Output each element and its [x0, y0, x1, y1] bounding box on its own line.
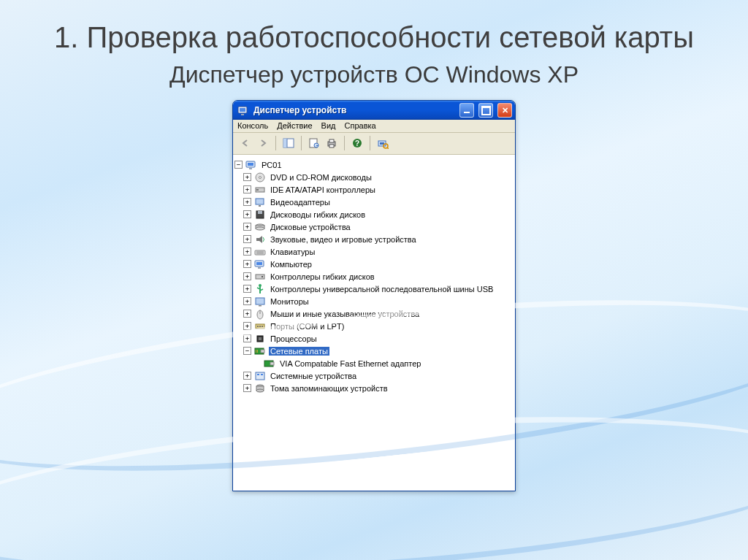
svg-rect-53 — [261, 350, 264, 353]
tree-category[interactable]: +Мыши и иные указывающие устройства — [234, 307, 514, 320]
expand-icon[interactable]: + — [243, 272, 251, 280]
svg-rect-58 — [256, 372, 264, 380]
svg-rect-2 — [241, 114, 244, 115]
monitor-icon — [254, 296, 266, 307]
expand-icon[interactable]: + — [243, 198, 251, 206]
expand-icon[interactable]: + — [243, 260, 251, 268]
nav-back-button[interactable] — [237, 135, 253, 151]
svg-rect-33 — [255, 250, 265, 255]
close-button[interactable] — [497, 103, 512, 118]
svg-rect-59 — [257, 374, 259, 375]
titlebar[interactable]: Диспетчер устройств — [233, 101, 515, 120]
tree-category[interactable]: +Дисковые устройства — [234, 220, 514, 233]
menu-view[interactable]: Вид — [321, 121, 336, 130]
node-label: Мыши и иные указывающие устройства — [269, 310, 421, 318]
keyboard-icon — [254, 246, 266, 258]
node-label: Системные устройства — [269, 372, 358, 380]
tree-category[interactable]: +Клавиатуры — [234, 245, 514, 258]
node-label: IDE ATA/ATAPI контроллеры — [269, 185, 377, 194]
display-icon — [254, 196, 266, 208]
slide-title: 1. Проверка работоспособности сетевой ка… — [0, 20, 748, 54]
node-label: Порты (COM и LPT) — [269, 322, 346, 331]
tree-category[interactable]: +Контроллеры гибких дисков — [234, 270, 514, 283]
svg-point-41 — [259, 284, 262, 287]
cd-icon — [254, 172, 266, 183]
minimize-button[interactable] — [459, 103, 474, 118]
app-icon — [237, 104, 249, 116]
svg-point-31 — [256, 227, 264, 230]
svg-rect-55 — [257, 350, 258, 353]
tree-category[interactable]: +Процессоры — [234, 332, 514, 345]
nic-icon — [264, 358, 275, 369]
menu-help[interactable]: Справка — [345, 121, 376, 130]
svg-rect-54 — [256, 350, 256, 353]
tree-category-network[interactable]: − Сетевые платы — [234, 345, 514, 357]
expand-icon[interactable]: + — [243, 248, 251, 256]
tree-root[interactable]: − PC01 — [234, 158, 514, 171]
node-label: Мониторы — [269, 297, 310, 306]
tree-category[interactable]: +Порты (COM и LPT) — [234, 320, 514, 332]
node-label: Компьютер — [269, 260, 313, 269]
expand-icon[interactable]: + — [243, 322, 251, 330]
expand-icon[interactable]: + — [243, 210, 251, 218]
tree-category[interactable]: +Дисководы гибких дисков — [234, 208, 514, 220]
expand-icon[interactable]: + — [243, 285, 251, 293]
menu-console[interactable]: Консоль — [237, 121, 268, 130]
nav-forward-button[interactable] — [255, 135, 271, 151]
expand-icon[interactable]: + — [243, 310, 251, 318]
collapse-icon[interactable]: − — [234, 161, 243, 169]
node-label: Контроллеры гибких дисков — [269, 272, 376, 281]
show-hide-tree-button[interactable] — [280, 135, 297, 151]
help-button[interactable]: ? — [349, 135, 365, 151]
node-label: Клавиатуры — [269, 248, 316, 256]
mouse-icon — [254, 308, 266, 320]
svg-text:?: ? — [355, 139, 359, 147]
node-label: PC01 — [260, 161, 283, 169]
node-label: Звуковые, видео и игровые устройства — [269, 235, 418, 244]
system-icon — [254, 370, 266, 382]
disk-icon — [254, 221, 266, 233]
tree-category[interactable]: +Звуковые, видео и игровые устройства — [234, 233, 514, 245]
toolbar-separator — [370, 136, 370, 150]
floppy-icon — [254, 209, 266, 220]
collapse-icon[interactable]: − — [243, 347, 251, 355]
tree-category[interactable]: +Системные устройства — [234, 369, 514, 382]
print-button[interactable] — [324, 135, 340, 151]
scan-hardware-button[interactable] — [375, 135, 391, 151]
toolbar-separator — [301, 136, 302, 150]
svg-rect-26 — [259, 205, 261, 207]
computer-icon — [254, 258, 266, 270]
expand-icon[interactable]: + — [243, 173, 251, 181]
tree-category[interactable]: +Компьютер — [234, 258, 514, 270]
tree-category[interactable]: +DVD и CD-ROM дисководы — [234, 171, 514, 183]
tree-category[interactable]: +Мониторы — [234, 295, 514, 307]
menu-action[interactable]: Действие — [277, 121, 312, 130]
node-label: DVD и CD-ROM дисководы — [269, 173, 373, 182]
expand-icon[interactable]: + — [243, 334, 251, 342]
computer-icon — [245, 159, 257, 171]
toolbar: ? — [233, 133, 515, 155]
expand-icon[interactable]: + — [243, 372, 251, 380]
expand-icon[interactable]: + — [243, 384, 251, 392]
node-label: Контроллеры универсальной последовательн… — [269, 285, 495, 294]
tree-category[interactable]: +IDE ATA/ATAPI контроллеры — [234, 183, 514, 196]
svg-rect-32 — [256, 238, 259, 241]
expand-icon[interactable]: + — [243, 185, 251, 193]
properties-button[interactable] — [306, 135, 322, 151]
tree-category[interactable]: +Контроллеры универсальной последователь… — [234, 283, 514, 295]
toolbar-separator — [275, 136, 276, 150]
node-label: Дисководы гибких дисков — [269, 210, 367, 219]
svg-rect-24 — [256, 189, 259, 191]
maximize-button[interactable] — [478, 103, 493, 118]
expand-icon[interactable]: + — [243, 297, 251, 305]
tree-item-nic[interactable]: VIA Compatable Fast Ethernet адаптер — [234, 357, 514, 369]
expand-icon[interactable]: + — [243, 235, 251, 243]
svg-rect-57 — [270, 362, 274, 365]
svg-point-47 — [257, 326, 259, 327]
tree-category[interactable]: +Видеоадаптеры — [234, 196, 514, 208]
svg-rect-51 — [259, 337, 262, 340]
svg-rect-37 — [256, 262, 262, 265]
device-tree[interactable]: − PC01 +DVD и CD-ROM дисководы+IDE ATA/A… — [233, 155, 515, 491]
expand-icon[interactable]: + — [243, 223, 251, 231]
tree-category[interactable]: +Тома запоминающих устройств — [234, 382, 514, 394]
